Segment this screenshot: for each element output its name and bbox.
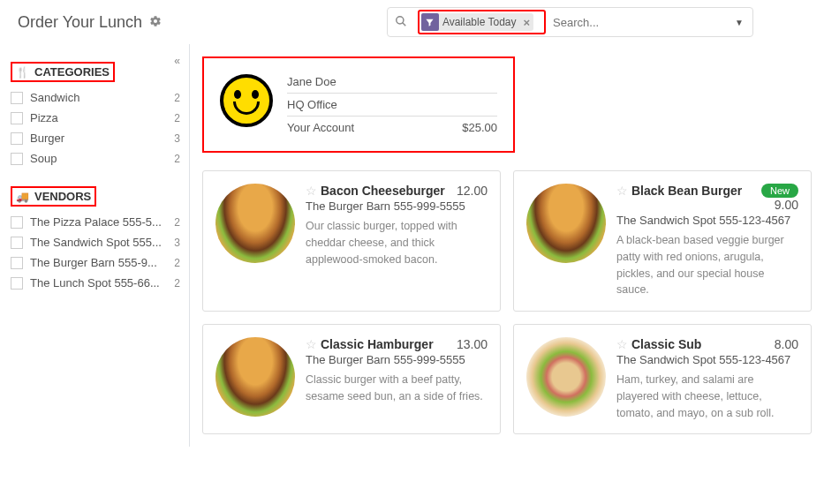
product-name: Bacon Cheeseburger bbox=[321, 184, 445, 198]
favorite-star-icon[interactable]: ☆ bbox=[616, 337, 628, 351]
product-card[interactable]: ☆Classic Hamburger13.00 The Burger Barn … bbox=[202, 324, 501, 434]
product-grid: ☆Bacon Cheeseburger12.00 The Burger Barn… bbox=[202, 170, 812, 434]
product-card[interactable]: ☆Bacon Cheeseburger12.00 The Burger Barn… bbox=[202, 170, 501, 312]
product-card[interactable]: ☆Black Bean BurgerNew 9.00 The Sandwich … bbox=[513, 170, 812, 312]
vendor-count: 2 bbox=[174, 277, 180, 290]
category-label: Sandwich bbox=[30, 91, 174, 104]
category-count: 2 bbox=[174, 112, 180, 124]
favorite-star-icon[interactable]: ☆ bbox=[306, 184, 317, 198]
vendor-label: The Burger Barn 555-9... bbox=[30, 256, 174, 269]
category-label: Burger bbox=[30, 132, 174, 145]
product-name: Classic Sub bbox=[631, 337, 701, 351]
user-location-row: HQ Office bbox=[287, 94, 497, 117]
product-price: 9.00 bbox=[616, 198, 798, 212]
vendor-item[interactable]: The Burger Barn 555-9...2 bbox=[11, 252, 180, 273]
user-info: Jane Doe HQ Office Your Account$25.00 bbox=[287, 71, 497, 139]
filter-close-icon[interactable]: × bbox=[520, 16, 534, 29]
favorite-star-icon[interactable]: ☆ bbox=[306, 337, 317, 351]
svg-point-0 bbox=[397, 16, 404, 23]
product-description: Classic burger with a beef patty, sesame… bbox=[306, 372, 488, 405]
vendor-count: 3 bbox=[174, 237, 180, 249]
search-icon bbox=[395, 15, 407, 30]
product-vendor: The Sandwich Spot 555-123-4567 bbox=[616, 353, 798, 366]
categories-heading: 🍴 CATEGORIES bbox=[11, 62, 115, 82]
filter-icon bbox=[421, 13, 439, 31]
search-bar[interactable]: Available Today × ▼ bbox=[387, 7, 753, 37]
product-description: Our classic burger, topped with cheddar … bbox=[306, 218, 488, 267]
product-vendor: The Burger Barn 555-999-5555 bbox=[306, 353, 488, 366]
checkbox[interactable] bbox=[11, 92, 23, 104]
product-image bbox=[526, 337, 606, 417]
header: Order Your Lunch Available Today × ▼ bbox=[0, 0, 824, 44]
sidebar-collapse-icon[interactable]: « bbox=[174, 55, 180, 67]
user-summary-card: Jane Doe HQ Office Your Account$25.00 bbox=[202, 56, 515, 153]
product-price: 13.00 bbox=[457, 337, 488, 351]
user-name-row: Jane Doe bbox=[287, 71, 497, 94]
product-name: Black Bean Burger bbox=[631, 184, 742, 198]
checkbox[interactable] bbox=[11, 132, 23, 145]
user-account-row: Your Account$25.00 bbox=[287, 117, 497, 139]
new-badge: New bbox=[761, 184, 798, 198]
filter-chip-highlight: Available Today × bbox=[418, 10, 546, 34]
gear-icon[interactable] bbox=[149, 15, 162, 30]
search-input[interactable] bbox=[549, 12, 726, 33]
categories-label: CATEGORIES bbox=[34, 65, 110, 79]
product-description: A black-bean based veggie burger patty w… bbox=[616, 232, 798, 298]
checkbox[interactable] bbox=[11, 237, 23, 249]
cutlery-icon: 🍴 bbox=[16, 66, 29, 79]
vendors-label: VENDORS bbox=[34, 190, 91, 203]
vendor-label: The Pizza Palace 555-5... bbox=[30, 215, 174, 229]
category-label: Pizza bbox=[30, 111, 174, 124]
user-location: HQ Office bbox=[287, 98, 337, 111]
favorite-star-icon[interactable]: ☆ bbox=[616, 184, 628, 198]
vendors-list: The Pizza Palace 555-5...2 The Sandwich … bbox=[11, 212, 180, 293]
truck-icon: 🚚 bbox=[16, 191, 29, 203]
account-balance: $25.00 bbox=[462, 121, 497, 134]
vendor-item[interactable]: The Pizza Palace 555-5...2 bbox=[11, 212, 180, 232]
product-image bbox=[215, 337, 295, 417]
sidebar: « 🍴 CATEGORIES Sandwich2 Pizza2 Burger3 … bbox=[0, 44, 190, 447]
checkbox[interactable] bbox=[11, 112, 23, 124]
category-label: Soup bbox=[30, 152, 174, 165]
product-vendor: The Sandwich Spot 555-123-4567 bbox=[616, 214, 798, 227]
vendors-heading: 🚚 VENDORS bbox=[11, 186, 96, 207]
vendor-item[interactable]: The Lunch Spot 555-66...2 bbox=[11, 273, 180, 293]
product-name: Classic Hamburger bbox=[321, 337, 434, 351]
product-description: Ham, turkey, and salami are playered wit… bbox=[616, 372, 798, 421]
category-item[interactable]: Soup2 bbox=[11, 148, 180, 169]
category-item[interactable]: Pizza2 bbox=[11, 108, 180, 128]
checkbox[interactable] bbox=[11, 257, 23, 269]
vendor-count: 2 bbox=[174, 216, 180, 229]
product-price: 12.00 bbox=[457, 184, 488, 198]
user-name: Jane Doe bbox=[287, 75, 336, 88]
product-vendor: The Burger Barn 555-999-5555 bbox=[306, 199, 488, 213]
vendor-label: The Lunch Spot 555-66... bbox=[30, 276, 174, 290]
account-label: Your Account bbox=[287, 121, 354, 134]
category-item[interactable]: Sandwich2 bbox=[11, 87, 180, 108]
checkbox[interactable] bbox=[11, 216, 23, 229]
category-count: 2 bbox=[174, 92, 180, 104]
product-image bbox=[215, 184, 295, 263]
category-item[interactable]: Burger3 bbox=[11, 128, 180, 148]
vendor-label: The Sandwich Spot 555... bbox=[30, 236, 174, 249]
product-image bbox=[526, 184, 606, 263]
product-card[interactable]: ☆Classic Sub8.00 The Sandwich Spot 555-1… bbox=[513, 324, 812, 434]
categories-list: Sandwich2 Pizza2 Burger3 Soup2 bbox=[11, 87, 180, 169]
category-count: 2 bbox=[174, 153, 180, 165]
checkbox[interactable] bbox=[11, 153, 23, 165]
main-content: Jane Doe HQ Office Your Account$25.00 ☆B… bbox=[190, 44, 824, 447]
filter-chip[interactable]: Available Today × bbox=[421, 13, 533, 31]
vendor-item[interactable]: The Sandwich Spot 555...3 bbox=[11, 232, 180, 252]
checkbox[interactable] bbox=[11, 277, 23, 290]
user-avatar bbox=[220, 74, 273, 127]
category-count: 3 bbox=[174, 132, 180, 145]
svg-line-1 bbox=[403, 22, 406, 26]
search-dropdown-caret[interactable]: ▼ bbox=[726, 18, 752, 27]
vendor-count: 2 bbox=[174, 257, 180, 269]
filter-label: Available Today bbox=[442, 16, 517, 28]
product-price: 8.00 bbox=[775, 337, 798, 351]
page-title: Order Your Lunch bbox=[18, 13, 142, 32]
